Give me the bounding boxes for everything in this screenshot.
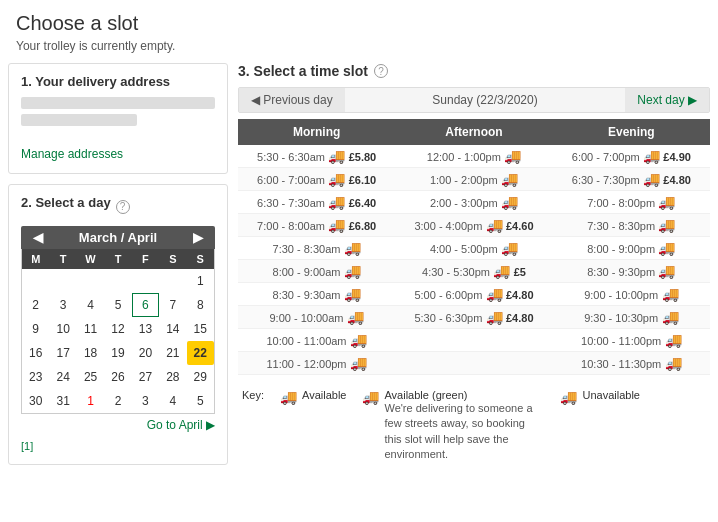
afternoon-slot-cell[interactable]: 12:00 - 1:00pm 🚚 (395, 145, 552, 168)
calendar-day[interactable]: 9 (22, 317, 49, 341)
truck-available-icon: 🚚 (280, 389, 297, 405)
calendar-day[interactable]: 28 (159, 365, 186, 389)
calendar-day[interactable]: 16 (22, 341, 49, 365)
afternoon-slot-cell[interactable]: 2:00 - 3:00pm 🚚 (395, 191, 552, 214)
calendar-day[interactable]: 10 (49, 317, 76, 341)
calendar-day[interactable]: 14 (159, 317, 186, 341)
calendar-day[interactable]: 2 (22, 293, 49, 317)
prev-day-button[interactable]: ◀ Previous day (239, 88, 345, 112)
calendar-day[interactable]: 11 (77, 317, 104, 341)
calendar-day[interactable]: 8 (187, 293, 214, 317)
calendar-day[interactable]: 21 (159, 341, 186, 365)
calendar-day[interactable]: 13 (132, 317, 159, 341)
cal-header-cell: W (77, 249, 104, 269)
calendar-day[interactable]: 29 (187, 365, 214, 389)
evening-slot-cell[interactable]: 6:30 - 7:30pm 🚚 £4.80 (553, 168, 710, 191)
evening-slot-cell[interactable]: 8:30 - 9:30pm 🚚 (553, 260, 710, 283)
afternoon-slot-cell[interactable]: 4:30 - 5:30pm 🚚 £5 (395, 260, 552, 283)
evening-slot-cell[interactable]: 9:30 - 10:30pm 🚚 (553, 306, 710, 329)
calendar-prev-arrow[interactable]: ◀ (29, 230, 47, 245)
timeslot-help-icon[interactable]: ? (374, 64, 388, 78)
calendar-day[interactable]: 27 (132, 365, 159, 389)
select-day-header: 2. Select a day ? (21, 195, 215, 218)
cal-header-cell: F (132, 249, 159, 269)
evening-slot-cell[interactable]: 6:00 - 7:00pm 🚚 £4.90 (553, 145, 710, 168)
evening-slot-cell[interactable]: 10:30 - 11:30pm 🚚 (553, 352, 710, 375)
calendar-day[interactable]: 1 (77, 389, 104, 413)
calendar-day[interactable]: 6 (132, 293, 159, 317)
select-day-help-icon[interactable]: ? (116, 200, 130, 214)
slot-row: 7:00 - 8:00am 🚚 £6.803:00 - 4:00pm 🚚 £4.… (238, 214, 710, 237)
calendar-day[interactable]: 3 (132, 389, 159, 413)
calendar-day[interactable]: 12 (104, 317, 131, 341)
calendar-row: 2345678 (22, 293, 214, 317)
slot-row: 7:30 - 8:30am 🚚 4:00 - 5:00pm 🚚 8:00 - 9… (238, 237, 710, 260)
afternoon-slot-cell[interactable]: 3:00 - 4:00pm 🚚 £4.60 (395, 214, 552, 237)
calendar-day[interactable]: 25 (77, 365, 104, 389)
afternoon-slot-cell[interactable]: 1:00 - 2:00pm 🚚 (395, 168, 552, 191)
calendar-day[interactable]: 2 (104, 389, 131, 413)
morning-slot-cell[interactable]: 11:00 - 12:00pm 🚚 (238, 352, 395, 375)
calendar-day[interactable]: 1 (187, 269, 214, 293)
calendar-day[interactable]: 24 (49, 365, 76, 389)
evening-slot-cell[interactable]: 8:00 - 9:00pm 🚚 (553, 237, 710, 260)
morning-slot-cell[interactable]: 5:30 - 6:30am 🚚 £5.80 (238, 145, 395, 168)
calendar-day[interactable]: 3 (49, 293, 76, 317)
morning-slot-cell[interactable]: 6:00 - 7:00am 🚚 £6.10 (238, 168, 395, 191)
evening-slot-cell[interactable]: 10:00 - 11:00pm 🚚 (553, 329, 710, 352)
calendar-day[interactable]: 22 (187, 341, 214, 365)
truck-green-icon: 🚚 (362, 389, 379, 405)
cal-header-cell: S (187, 249, 214, 269)
timeslot-title: 3. Select a time slot (238, 63, 368, 79)
calendar-day[interactable]: 18 (77, 341, 104, 365)
calendar-next-arrow[interactable]: ▶ (189, 230, 207, 245)
morning-slot-cell[interactable]: 10:00 - 11:00am 🚚 (238, 329, 395, 352)
key-available: 🚚 Available (280, 389, 346, 405)
slots-body: 5:30 - 6:30am 🚚 £5.8012:00 - 1:00pm 🚚 6:… (238, 145, 710, 375)
afternoon-slot-cell[interactable]: 4:00 - 5:00pm 🚚 (395, 237, 552, 260)
calendar-body: 1234567891011121314151617181920212223242… (22, 269, 214, 413)
morning-slot-cell[interactable]: 9:00 - 10:00am 🚚 (238, 306, 395, 329)
evening-slot-cell[interactable]: 9:00 - 10:00pm 🚚 (553, 283, 710, 306)
left-panel: 1. Your delivery address Manage addresse… (8, 63, 228, 475)
calendar-day[interactable]: 20 (132, 341, 159, 365)
afternoon-slot-cell[interactable]: 5:00 - 6:00pm 🚚 £4.80 (395, 283, 552, 306)
calendar-day[interactable]: 23 (22, 365, 49, 389)
calendar-day[interactable]: 15 (187, 317, 214, 341)
delivery-section-title: 1. Your delivery address (21, 74, 215, 89)
manage-addresses-link[interactable]: Manage addresses (21, 147, 123, 161)
slot-row: 6:00 - 7:00am 🚚 £6.101:00 - 2:00pm 🚚 6:3… (238, 168, 710, 191)
morning-slot-cell[interactable]: 7:00 - 8:00am 🚚 £6.80 (238, 214, 395, 237)
col-morning: Morning (238, 119, 395, 145)
calendar-header-row: MTWTFSS (22, 249, 214, 269)
go-to-april-link[interactable]: Go to April ▶ (21, 414, 215, 436)
key-available-label: Available (302, 389, 346, 401)
evening-slot-cell[interactable]: 7:00 - 8:00pm 🚚 (553, 191, 710, 214)
key-available-green-desc: We're delivering to someone a few street… (384, 401, 544, 463)
calendar-day[interactable]: 7 (159, 293, 186, 317)
timeslot-header: 3. Select a time slot ? (238, 63, 710, 79)
calendar-day[interactable]: 30 (22, 389, 49, 413)
calendar-day[interactable]: 17 (49, 341, 76, 365)
calendar-day[interactable]: 26 (104, 365, 131, 389)
cal-header-cell: T (104, 249, 131, 269)
key-available-green-label: Available (green) (384, 389, 544, 401)
evening-slot-cell[interactable]: 7:30 - 8:30pm 🚚 (553, 214, 710, 237)
page-title: Choose a slot (0, 0, 718, 39)
morning-slot-cell[interactable]: 8:30 - 9:30am 🚚 (238, 283, 395, 306)
calendar-day[interactable]: 5 (104, 293, 131, 317)
calendar-day[interactable]: 4 (159, 389, 186, 413)
calendar-day[interactable]: 4 (77, 293, 104, 317)
calendar-day[interactable]: 31 (49, 389, 76, 413)
morning-slot-cell[interactable]: 7:30 - 8:30am 🚚 (238, 237, 395, 260)
col-afternoon: Afternoon (395, 119, 552, 145)
morning-slot-cell[interactable]: 6:30 - 7:30am 🚚 £6.40 (238, 191, 395, 214)
calendar-row: 1 (22, 269, 214, 293)
calendar-day[interactable]: 5 (187, 389, 214, 413)
address-placeholder-1 (21, 97, 215, 109)
calendar-nav: ◀ March / April ▶ (21, 226, 215, 249)
next-day-button[interactable]: Next day ▶ (625, 88, 709, 112)
morning-slot-cell[interactable]: 8:00 - 9:00am 🚚 (238, 260, 395, 283)
calendar-day[interactable]: 19 (104, 341, 131, 365)
afternoon-slot-cell[interactable]: 5:30 - 6:30pm 🚚 £4.80 (395, 306, 552, 329)
